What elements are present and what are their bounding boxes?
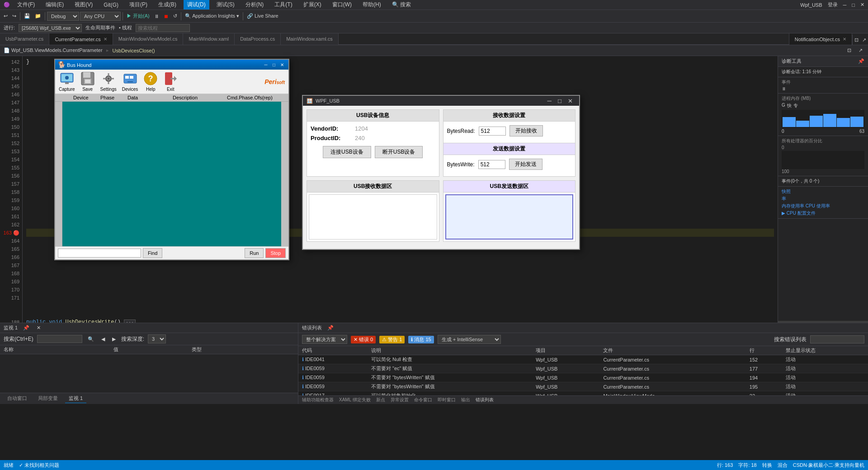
- menu-git[interactable]: Git(G): [100, 1, 122, 9]
- error-row-4[interactable]: ℹ IDE0059 不需要对 "bytesWritten" 赋值 Wpf_USB…: [298, 382, 868, 391]
- toolbar-pause[interactable]: ⏸: [152, 11, 161, 21]
- panel-expand-btn[interactable]: ↗: [860, 35, 868, 45]
- panel-layout-btn[interactable]: ⊡: [852, 35, 860, 45]
- menu-window[interactable]: 窗口(W): [329, 0, 355, 9]
- close-icon[interactable]: ✕: [860, 2, 864, 8]
- menu-analyze[interactable]: 分析(N): [242, 0, 268, 9]
- wpf-send-data-area[interactable]: [445, 194, 574, 240]
- menu-debug[interactable]: 调试(D): [184, 0, 209, 9]
- toolbar-stop[interactable]: ⏹: [162, 11, 170, 21]
- watch-prev-btn[interactable]: ◀: [99, 334, 107, 344]
- bus-devices-btn[interactable]: Devices: [122, 71, 138, 92]
- bus-hound-maximize[interactable]: □: [270, 61, 278, 68]
- diag-pin-icon[interactable]: 📌: [858, 58, 864, 64]
- menu-extensions[interactable]: 扩展(X): [300, 0, 325, 9]
- bus-data-area[interactable]: [55, 102, 288, 246]
- solution-scope-select[interactable]: 整个解决方案: [302, 335, 347, 344]
- error-row-3[interactable]: ℹ IDE0059 不需要对 "bytesWritten" 赋值 Wpf_USB…: [298, 373, 868, 382]
- bt-output[interactable]: 输出: [461, 397, 470, 403]
- wpf-minimize-btn[interactable]: ─: [544, 98, 554, 104]
- watch-next-btn[interactable]: ▶: [110, 334, 118, 344]
- build-filter-select[interactable]: 生成 + IntelliSense: [438, 335, 501, 344]
- diag-mem-tab-g[interactable]: G: [782, 103, 785, 109]
- error-row-5[interactable]: ℹ IDE0017 可以简化对象初始化 Wof_USB MainWindowVi…: [298, 391, 868, 396]
- bus-capture-btn[interactable]: Capture: [59, 71, 75, 92]
- tab-mainwindowxamlcs[interactable]: MainWindow.xaml.cs: [281, 33, 339, 45]
- toolbar-liveshare[interactable]: 🔗 Live Share: [245, 11, 280, 21]
- menu-project[interactable]: 项目(P): [126, 0, 151, 9]
- toolbar-undo[interactable]: ↩: [2, 11, 9, 21]
- cpu-select[interactable]: Any CPU: [80, 12, 121, 21]
- wpf-connect-btn[interactable]: 连接USB设备: [323, 146, 371, 158]
- warning-count-badge[interactable]: ⚠ 警告 1: [379, 336, 405, 343]
- collapse-code-btn[interactable]: ↗: [857, 46, 864, 56]
- menu-tools[interactable]: 工具(T): [271, 0, 296, 9]
- toolbar-redo[interactable]: ↪: [10, 11, 18, 21]
- expand-code-btn[interactable]: ⊡: [845, 46, 853, 56]
- watch-depth-select[interactable]: 3: [148, 334, 166, 343]
- tab-currentparameter[interactable]: CurrentParameter.cs ✕: [49, 33, 113, 45]
- menu-search[interactable]: 🔍 搜索: [388, 0, 415, 9]
- info-count-badge[interactable]: ℹ 消息 15: [408, 336, 434, 343]
- watch-panel-pin[interactable]: 📌: [21, 323, 31, 333]
- toolbar-start[interactable]: ▶ 开始(A): [125, 11, 151, 21]
- bus-find-btn[interactable]: Find: [143, 248, 162, 258]
- wpf-start-receive-btn[interactable]: 开始接收: [509, 125, 543, 136]
- bt-immediate[interactable]: 即时窗口: [438, 397, 456, 403]
- menu-edit[interactable]: 编辑(E): [42, 0, 67, 9]
- bt-breakpoints[interactable]: 新点: [376, 397, 385, 403]
- bt-error-list[interactable]: 错误列表: [476, 397, 494, 403]
- wpf-restore-btn[interactable]: □: [555, 98, 564, 104]
- toolbar-save[interactable]: 💾: [22, 11, 32, 21]
- menu-view[interactable]: 视图(V): [71, 0, 96, 9]
- minimize-icon[interactable]: ─: [843, 2, 847, 8]
- wpf-disconnect-btn[interactable]: 断开USB设备: [375, 146, 423, 158]
- wpf-bytes-read-input[interactable]: [479, 127, 506, 136]
- process-select[interactable]: [25680] Wpf_USB.exe: [19, 24, 82, 32]
- bt-xaml-binding[interactable]: XAML 绑定失败: [339, 397, 371, 403]
- toolbar-open[interactable]: 📁: [33, 11, 43, 21]
- diag-cpu-config-link[interactable]: ▶ CPU 配置文件: [782, 210, 864, 216]
- search-error-input[interactable]: [810, 335, 864, 343]
- wpf-close-btn[interactable]: ✕: [565, 98, 576, 104]
- bus-run-btn[interactable]: Run: [245, 248, 264, 258]
- bus-settings-btn[interactable]: Settings: [100, 71, 117, 92]
- diag-mem-tab-pro[interactable]: 专: [793, 103, 798, 109]
- menu-test[interactable]: 测试(S): [213, 0, 238, 9]
- bt-accessibility[interactable]: 辅助功能检查器: [302, 397, 334, 403]
- error-row-2[interactable]: ℹ IDE0059 不需要对 "ec" 赋值 Wpf_USB CurrentPa…: [298, 364, 868, 373]
- diag-memory-usage-link[interactable]: 内存使用率 CPU 使用率: [782, 203, 864, 209]
- bus-find-input[interactable]: [58, 249, 141, 258]
- tab-mainwindowxaml[interactable]: MainWindow.xaml: [183, 33, 235, 45]
- lifecycle-events[interactable]: 生命周期事件: [85, 24, 115, 31]
- login-button[interactable]: 登录: [828, 1, 838, 8]
- wpf-receive-data-area[interactable]: [309, 194, 437, 240]
- diag-rate-link[interactable]: 率: [782, 196, 864, 202]
- toolbar-restart[interactable]: ↺: [171, 11, 179, 21]
- bus-exit-btn[interactable]: Exit: [163, 71, 178, 92]
- watch-search-btn[interactable]: 🔍: [86, 334, 96, 344]
- bt-command[interactable]: 命令窗口: [414, 397, 432, 403]
- tab-close-currentparameter[interactable]: ✕: [104, 37, 107, 42]
- bus-help-btn[interactable]: ? Help: [143, 71, 158, 92]
- diag-pause-icon[interactable]: ⏸: [782, 86, 786, 91]
- bus-scrollbar[interactable]: [281, 102, 288, 246]
- toolbar-insights[interactable]: 🔍 Application Insights ▾: [183, 11, 241, 21]
- watch-auto-tab[interactable]: 自动窗口: [4, 394, 31, 403]
- bt-exceptions[interactable]: 异常设置: [391, 397, 409, 403]
- menu-build[interactable]: 生成(B): [155, 0, 180, 9]
- bus-stop-btn[interactable]: Stop: [265, 248, 286, 258]
- diag-snapshot-link[interactable]: 快照: [782, 188, 864, 195]
- tab-mainwindowviewmodel[interactable]: MainWindowViewModel.cs: [113, 33, 184, 45]
- tab-dataprocess[interactable]: DataProcess.cs: [235, 33, 281, 45]
- watch-local-tab[interactable]: 局部变量: [34, 394, 61, 403]
- debug-config-select[interactable]: Debug Release: [47, 12, 79, 21]
- tab-notificationobject[interactable]: NotificationObject.cs ✕: [789, 33, 852, 45]
- watch-search-input[interactable]: [37, 335, 82, 343]
- restore-icon[interactable]: □: [852, 2, 855, 8]
- bus-hound-close[interactable]: ✕: [278, 61, 286, 68]
- wpf-bytes-write-input[interactable]: [478, 160, 505, 169]
- bus-hound-minimize[interactable]: ─: [262, 61, 269, 68]
- error-row-1[interactable]: ℹ IDE0041 可以简化 Null 检查 Wpf_USB CurrentPa…: [298, 355, 868, 364]
- tab-close-notification[interactable]: ✕: [843, 37, 846, 42]
